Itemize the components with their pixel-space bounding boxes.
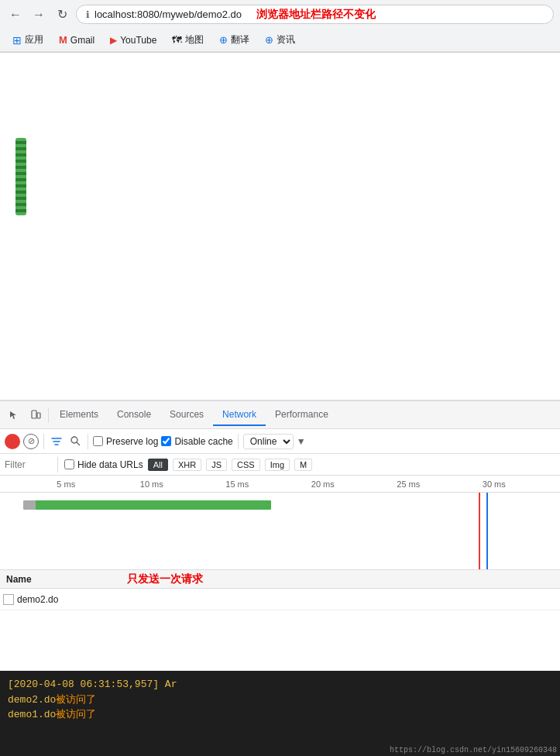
console-area: [2020-04-08 06:31:53,957] Ar demo2.do被访问… xyxy=(0,671,560,756)
bookmark-youtube-label: YouTube xyxy=(120,35,156,46)
refresh-button[interactable]: ↻ xyxy=(53,5,71,24)
filter-media-button[interactable]: M xyxy=(294,459,312,471)
bookmark-gmail[interactable]: M Gmail xyxy=(53,33,101,47)
gmail-icon: M xyxy=(59,34,67,46)
bookmark-maps[interactable]: 🗺 地图 xyxy=(166,32,210,48)
filter-js-button[interactable]: JS xyxy=(206,459,227,471)
bookmark-translate-label: 翻译 xyxy=(231,33,249,46)
console-line-3: demo1.do被访问了 xyxy=(8,707,552,723)
bookmark-youtube[interactable]: ▶ YouTube xyxy=(104,33,163,47)
waterfall-blue-line xyxy=(486,493,488,569)
device-icon-btn[interactable] xyxy=(25,404,46,426)
bookmark-gmail-label: Gmail xyxy=(70,35,94,46)
tab-console[interactable]: Console xyxy=(108,404,160,426)
devtools-tabs: Elements Console Sources Network Perform… xyxy=(0,401,560,429)
toolbar-sep-2 xyxy=(88,434,88,449)
url-annotation: 浏览器地址栏路径不变化 xyxy=(256,8,376,22)
console-text-3: demo1.do xyxy=(8,709,56,720)
console-visited-2: 被访问了 xyxy=(56,694,96,706)
devtools-panel: Elements Console Sources Network Perform… xyxy=(0,400,560,756)
waterfall-area xyxy=(0,493,560,570)
timeline-ruler: 5 ms 10 ms 15 ms 20 ms 25 ms 30 ms xyxy=(0,476,560,493)
bookmark-translate[interactable]: ⊕ 翻译 xyxy=(213,32,256,48)
svg-rect-0 xyxy=(32,411,36,418)
waterfall-bar xyxy=(23,500,271,510)
filter-icon[interactable] xyxy=(49,434,64,449)
request-name: demo2.do xyxy=(17,594,58,605)
ruler-15ms: 15 ms xyxy=(194,479,280,489)
requests-header: Name 只发送一次请求 xyxy=(0,570,560,589)
console-text-2: demo2.do xyxy=(8,694,56,706)
hide-data-urls-checkbox[interactable] xyxy=(64,459,74,469)
hide-data-urls-label[interactable]: Hide data URLs xyxy=(64,459,143,470)
toolbar-sep-3 xyxy=(238,434,239,449)
throttle-arrow: ▼ xyxy=(297,436,306,447)
table-row[interactable]: demo2.do xyxy=(0,589,560,610)
youtube-icon: ▶ xyxy=(110,35,117,46)
url-text: localhost:8080/myweb/demo2.do xyxy=(94,9,242,20)
filter-sep xyxy=(57,457,58,472)
preserve-log-label[interactable]: Preserve log xyxy=(93,436,158,447)
page-slider-fill xyxy=(15,138,26,215)
filter-xhr-button[interactable]: XHR xyxy=(173,459,201,471)
tab-performance[interactable]: Performance xyxy=(266,404,338,426)
bookmark-apps[interactable]: ⊞ 应用 xyxy=(6,32,50,48)
nav-bar: ← → ↻ ℹ localhost:8080/myweb/demo2.do 浏览… xyxy=(0,0,560,29)
disable-cache-checkbox[interactable] xyxy=(161,436,171,446)
console-visited-3: 被访问了 xyxy=(56,709,96,720)
filter-all-button[interactable]: All xyxy=(148,459,168,471)
svg-line-3 xyxy=(77,442,80,445)
ruler-5ms: 5 ms xyxy=(23,479,109,489)
news-icon: ⊕ xyxy=(265,34,273,46)
svg-rect-1 xyxy=(37,413,40,418)
preserve-log-checkbox[interactable] xyxy=(93,436,103,446)
back-button[interactable]: ← xyxy=(6,5,25,24)
svg-point-2 xyxy=(71,437,77,443)
console-line-1: [2020-04-08 06:31:53,957] Ar xyxy=(8,677,552,692)
lock-icon: ℹ xyxy=(86,9,90,20)
filter-img-button[interactable]: Img xyxy=(265,459,290,471)
page-content xyxy=(0,53,560,417)
page-slider xyxy=(15,138,26,215)
apps-icon: ⊞ xyxy=(12,34,22,46)
browser-chrome: ← → ↻ ℹ localhost:8080/myweb/demo2.do 浏览… xyxy=(0,0,560,53)
tab-elements[interactable]: Elements xyxy=(50,404,108,426)
tab-sources[interactable]: Sources xyxy=(160,404,213,426)
ruler-20ms: 20 ms xyxy=(280,479,366,489)
console-line-2: demo2.do被访问了 xyxy=(8,692,552,708)
name-column-header: Name xyxy=(3,574,96,585)
bookmark-maps-label: 地图 xyxy=(185,33,204,46)
tab-divider-left xyxy=(48,407,49,423)
bookmarks-bar: ⊞ 应用 M Gmail ▶ YouTube 🗺 地图 ⊕ 翻译 ⊕ 资讯 xyxy=(0,29,560,52)
bookmark-news-label: 资讯 xyxy=(277,33,295,46)
bookmark-news[interactable]: ⊕ 资讯 xyxy=(259,32,301,48)
clear-button[interactable]: ⊘ xyxy=(23,434,39,449)
disable-cache-label[interactable]: Disable cache xyxy=(161,436,232,447)
cursor-icon-btn[interactable] xyxy=(3,404,25,426)
ruler-25ms: 25 ms xyxy=(366,479,452,489)
network-toolbar: ⊘ Preserve log Disable cache Online ▼ xyxy=(0,429,560,454)
toolbar-sep-1 xyxy=(43,434,44,449)
bookmark-apps-label: 应用 xyxy=(25,33,43,46)
file-icon xyxy=(3,594,14,605)
throttle-select[interactable]: Online xyxy=(243,434,294,449)
ruler-30ms: 30 ms xyxy=(452,479,538,489)
ruler-10ms: 10 ms xyxy=(109,479,195,489)
translate-icon: ⊕ xyxy=(219,34,228,46)
requests-table: Name 只发送一次请求 demo2.do xyxy=(0,570,560,671)
filter-css-button[interactable]: CSS xyxy=(232,459,260,471)
console-text-1: [2020-04-08 06:31:53,957] Ar xyxy=(8,679,177,690)
filter-bar: Hide data URLs All XHR JS CSS Img M xyxy=(0,454,560,476)
search-icon[interactable] xyxy=(67,434,83,449)
watermark: https://blog.csdn.net/yin15609260348 xyxy=(390,746,557,754)
requests-annotation: 只发送一次请求 xyxy=(127,572,203,586)
maps-icon: 🗺 xyxy=(172,34,182,46)
tab-network[interactable]: Network xyxy=(213,404,266,426)
filter-input[interactable] xyxy=(5,459,51,470)
forward-button[interactable]: → xyxy=(29,5,48,24)
waterfall-red-line xyxy=(479,493,480,569)
record-button[interactable] xyxy=(5,434,20,449)
